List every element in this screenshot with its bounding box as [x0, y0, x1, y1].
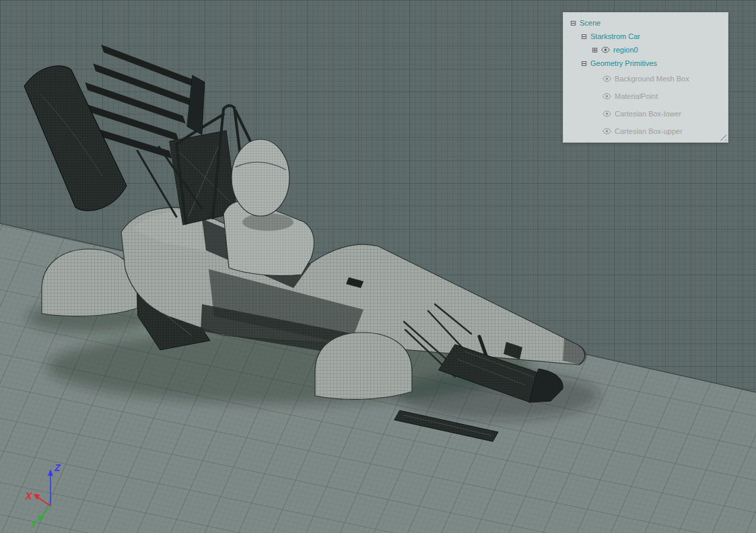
driver-helmet [232, 139, 289, 216]
visibility-eye-icon[interactable] [601, 46, 610, 53]
visibility-eye-icon[interactable] [603, 75, 611, 82]
tree-item-starkstrom-car[interactable]: ⊟ Starkstrom Car [563, 30, 728, 43]
tree-item-label[interactable]: Cartesian Box-lower [615, 110, 681, 118]
front-wheel-fairing [315, 332, 412, 399]
z-axis-label: Z [54, 462, 61, 473]
tree-item-label[interactable]: Starkstrom Car [590, 32, 640, 40]
tree-item-label[interactable]: region0 [613, 46, 638, 54]
tree-item-scene[interactable]: ⊟ Scene [563, 16, 728, 30]
tree-item-label[interactable]: Geometry Primitives [590, 59, 657, 67]
neck-shadow [242, 213, 294, 231]
tree-item-cartesian-box-lower[interactable]: Cartesian Box-lower [563, 105, 728, 122]
tree-item-cartesian-box-upper[interactable]: Cartesian Box-upper [563, 122, 728, 140]
tree-item-geometry-primitives[interactable]: ⊟ Geometry Primitives [563, 57, 728, 70]
collapse-icon[interactable]: ⊟ [569, 20, 578, 27]
z-axis-arrow [48, 469, 53, 476]
visibility-eye-icon[interactable] [603, 93, 611, 100]
tree-item-materialpoint[interactable]: MaterialPoint [563, 87, 728, 105]
axis-triad: Z X Y [19, 455, 79, 530]
collapse-icon[interactable]: ⊟ [580, 33, 588, 40]
x-axis-arrow [34, 494, 40, 500]
visibility-eye-icon[interactable] [603, 110, 611, 117]
tree-item-label[interactable]: Scene [580, 19, 600, 27]
y-axis-label: Y [30, 519, 38, 530]
expand-icon[interactable]: ⊞ [590, 46, 599, 54]
collapse-icon[interactable]: ⊟ [580, 60, 588, 67]
y-axis-arrow [38, 515, 44, 522]
tree-item-label[interactable]: MaterialPoint [615, 92, 658, 100]
x-axis-label: X [25, 491, 33, 501]
visibility-eye-icon[interactable] [603, 128, 611, 135]
scene-tree-panel: ⊟ Scene ⊟ Starkstrom Car ⊞ region0 ⊟ Geo… [563, 12, 728, 143]
tree-item-label[interactable]: Background Mesh Box [615, 75, 689, 83]
tree-item-label[interactable]: Cartesian Box-upper [615, 127, 683, 135]
tree-item-region0[interactable]: ⊞ region0 [563, 43, 728, 57]
rear-wheel-fairing [42, 249, 137, 316]
tree-item-background-mesh-box[interactable]: Background Mesh Box [563, 70, 728, 87]
